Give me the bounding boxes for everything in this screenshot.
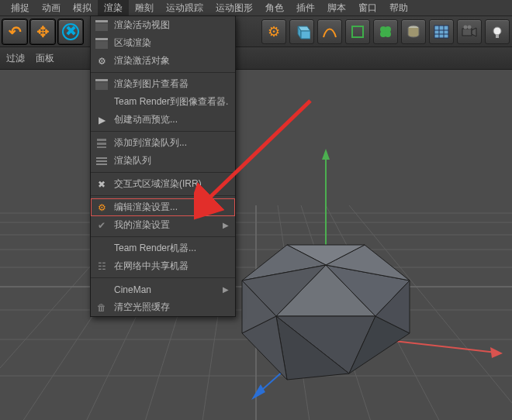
menu-help[interactable]: 帮助 [383, 0, 414, 15]
svg-point-23 [493, 27, 501, 35]
menu-item-label: 交互式区域渲染(IRR) [114, 177, 229, 191]
clover-icon [377, 23, 394, 40]
menu-item-8[interactable]: 添加到渲染队列... [91, 134, 235, 152]
environment-button[interactable] [429, 19, 454, 44]
svg-marker-65 [95, 38, 108, 40]
undo-button[interactable]: ↶ [2, 19, 27, 44]
viewport-3d[interactable] [0, 70, 512, 420]
svg-point-22 [468, 25, 472, 29]
menu-item-label: 渲染到图片查看器 [114, 77, 229, 91]
menu-separator [91, 195, 235, 196]
clapper-icon [94, 36, 109, 51]
menu-item-label: 编辑渲染设置... [114, 201, 229, 214]
menu-item-label: 清空光照缓存 [114, 301, 229, 314]
menu-mtrack[interactable]: 运动跟踪 [160, 0, 209, 15]
menu-item-11[interactable]: ✖交互式区域渲染(IRR) [91, 175, 235, 193]
spline-icon [321, 23, 338, 40]
menu-item-2[interactable]: ⚙渲染激活对象 [91, 52, 235, 70]
queue-icon [94, 136, 109, 151]
svg-point-21 [464, 25, 468, 29]
gear-icon: ⚙ [268, 23, 280, 40]
svg-rect-64 [95, 41, 108, 49]
clapper-icon [94, 18, 109, 33]
menu-item-label: CineMan [114, 284, 223, 295]
svg-marker-7 [301, 31, 310, 39]
cube-primitive-button[interactable] [289, 19, 314, 44]
menu-capture[interactable]: 捕捉 [5, 0, 36, 15]
menu-item-1[interactable]: 区域渲染 [91, 34, 235, 52]
svg-rect-69 [97, 143, 106, 145]
camera-button[interactable] [457, 19, 482, 44]
gear-orange-icon: ⚙ [94, 200, 109, 215]
tab-panel[interactable]: 面板 [36, 52, 54, 65]
svg-rect-62 [95, 23, 108, 31]
menu-item-0[interactable]: 渲染活动视图 [91, 16, 235, 34]
render-settings-button[interactable]: ⚙ [261, 19, 286, 44]
menu-character[interactable]: 角色 [259, 0, 290, 15]
menu-render[interactable]: 渲染 [98, 0, 129, 15]
menu-item-label: 区域渲染 [114, 36, 229, 50]
menu-item-13[interactable]: ⚙编辑渲染设置... [91, 198, 235, 216]
menu-item-14[interactable]: ✔我的渲染设置▶ [91, 216, 235, 234]
svg-marker-67 [95, 79, 108, 81]
svg-rect-72 [96, 160, 107, 162]
tab-filter[interactable]: 过滤 [6, 52, 25, 65]
menu-sculpt[interactable]: 雕刻 [129, 0, 160, 15]
menu-separator [91, 131, 235, 132]
move-icon: ✥ [36, 22, 50, 41]
menu-item-17[interactable]: ☷在网络中共享机器 [91, 257, 235, 275]
svg-rect-70 [97, 146, 106, 148]
deformer-button[interactable] [401, 19, 426, 44]
menu-mograph[interactable]: 运动图形 [209, 0, 259, 15]
menu-item-16[interactable]: Team Render机器... [91, 239, 235, 257]
generator-button[interactable] [345, 19, 370, 44]
list-icon [94, 153, 109, 169]
toolbar: ↶ ✥ ✖ ⚙ [0, 16, 512, 47]
svg-marker-49 [251, 384, 265, 400]
menu-item-20[interactable]: 🗑清空光照缓存 [91, 298, 235, 316]
menubar: 捕捉 动画 模拟 渲染 雕刻 运动跟踪 运动图形 角色 插件 脚本 窗口 帮助 [0, 0, 512, 16]
menu-item-4[interactable]: 渲染到图片查看器 [91, 75, 235, 93]
menu-separator [91, 236, 235, 237]
clover-button[interactable] [373, 19, 398, 44]
menu-item-label: 添加到渲染队列... [114, 136, 229, 150]
menu-item-label: 在网络中共享机器 [114, 260, 229, 273]
none-icon [94, 282, 109, 298]
svg-marker-63 [95, 20, 108, 22]
trash-icon: 🗑 [94, 300, 109, 315]
menu-animation[interactable]: 动画 [36, 0, 67, 15]
menu-separator [91, 172, 235, 173]
cancel-button[interactable]: ✖ [58, 19, 83, 44]
none-icon [94, 241, 109, 256]
svg-rect-24 [496, 34, 499, 38]
cancel-icon: ✖ [62, 23, 79, 40]
menu-item-label: 渲染激活对象 [114, 54, 229, 67]
menu-separator [91, 72, 235, 73]
light-button[interactable] [485, 19, 510, 44]
sub-tabstrip: 过滤 面板 [0, 47, 512, 70]
menu-plugins[interactable]: 插件 [290, 0, 321, 15]
svg-rect-73 [96, 164, 107, 165]
play-icon: ▶ [94, 112, 109, 128]
svg-rect-8 [352, 26, 363, 37]
clapper-icon [94, 77, 109, 92]
menu-item-9[interactable]: 渲染队列 [91, 152, 235, 170]
net-icon: ☷ [94, 259, 109, 274]
move-button[interactable]: ✥ [30, 19, 55, 44]
submenu-arrow-icon: ▶ [223, 221, 229, 229]
menu-item-19[interactable]: CineMan▶ [91, 281, 235, 298]
render-menu: 渲染活动视图区域渲染⚙渲染激活对象渲染到图片查看器Team Render到图像查… [90, 15, 236, 317]
menu-script[interactable]: 脚本 [321, 0, 352, 15]
menu-item-5[interactable]: Team Render到图像查看器... [91, 93, 235, 111]
menu-window[interactable]: 窗口 [352, 0, 383, 15]
menu-item-6[interactable]: ▶创建动画预览... [91, 111, 235, 129]
menu-simulate[interactable]: 模拟 [67, 0, 98, 15]
menu-item-label: Team Render到图像查看器... [114, 95, 229, 108]
svg-rect-14 [434, 26, 448, 38]
grid-icon [433, 23, 450, 40]
spline-primitive-button[interactable] [317, 19, 342, 44]
menu-separator [91, 277, 235, 278]
menu-item-label: Team Render机器... [114, 242, 229, 255]
cross-icon: ✖ [94, 177, 109, 192]
menu-item-label: 我的渲染设置 [114, 219, 223, 232]
